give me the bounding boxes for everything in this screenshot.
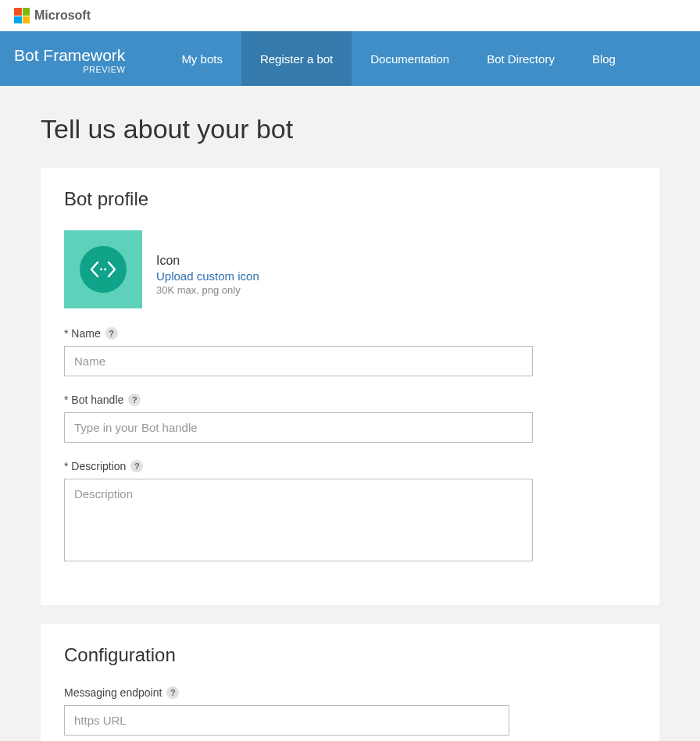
form-group-name: * Name ? — [64, 327, 636, 376]
nav-brand-title: Bot Framework — [14, 46, 125, 64]
microsoft-logo[interactable]: Microsoft — [14, 8, 91, 23]
icon-upload-row: Icon Upload custom icon 30K max, png onl… — [64, 230, 636, 308]
description-label: * Description — [64, 460, 126, 472]
handle-input[interactable] — [64, 412, 533, 443]
code-brackets-icon — [80, 246, 127, 293]
endpoint-input[interactable] — [64, 705, 509, 736]
help-icon[interactable]: ? — [130, 460, 143, 472]
bot-profile-card: Bot profile Icon Upload custom icon 30K … — [41, 168, 659, 605]
nav-item-blog[interactable]: Blog — [573, 31, 634, 86]
page-title: Tell us about your bot — [41, 114, 659, 144]
nav-brand[interactable]: Bot Framework PREVIEW — [0, 31, 139, 86]
nav-bar: Bot Framework PREVIEW My bots Register a… — [0, 31, 700, 86]
nav-item-my-bots[interactable]: My bots — [162, 31, 241, 86]
form-group-endpoint: Messaging endpoint ? — [64, 686, 636, 736]
help-icon[interactable]: ? — [128, 394, 141, 406]
nav-items: My bots Register a bot Documentation Bot… — [162, 31, 634, 86]
description-input[interactable] — [64, 479, 533, 561]
name-label-row: * Name ? — [64, 327, 636, 340]
top-header: Microsoft — [0, 0, 700, 31]
name-input[interactable] — [64, 346, 533, 376]
description-label-row: * Description ? — [64, 460, 636, 472]
configuration-title: Configuration — [64, 644, 636, 666]
icon-info: Icon Upload custom icon 30K max, png onl… — [156, 230, 259, 296]
microsoft-logo-text: Microsoft — [34, 9, 91, 23]
upload-icon-link[interactable]: Upload custom icon — [156, 269, 259, 283]
svg-point-0 — [100, 269, 102, 271]
nav-item-documentation[interactable]: Documentation — [352, 31, 468, 86]
help-icon[interactable]: ? — [105, 327, 118, 340]
icon-label: Icon — [156, 254, 259, 268]
endpoint-label: Messaging endpoint — [64, 686, 162, 699]
form-group-handle: * Bot handle ? — [64, 394, 636, 443]
svg-point-1 — [104, 269, 106, 271]
nav-item-register[interactable]: Register a bot — [241, 31, 352, 86]
name-label: * Name — [64, 327, 101, 340]
handle-label-row: * Bot handle ? — [64, 394, 636, 406]
endpoint-label-row: Messaging endpoint ? — [64, 686, 636, 699]
nav-brand-subtitle: PREVIEW — [14, 65, 125, 74]
bot-icon-preview — [64, 230, 142, 308]
microsoft-logo-icon — [14, 8, 30, 23]
bot-profile-title: Bot profile — [64, 188, 636, 210]
nav-item-bot-directory[interactable]: Bot Directory — [468, 31, 573, 86]
configuration-card: Configuration Messaging endpoint ? * Mic… — [41, 624, 659, 741]
help-icon[interactable]: ? — [166, 686, 179, 699]
handle-label: * Bot handle — [64, 394, 123, 406]
page-content: Tell us about your bot Bot profile Icon … — [0, 86, 700, 741]
icon-hint: 30K max, png only — [156, 284, 259, 296]
form-group-description: * Description ? — [64, 460, 636, 565]
